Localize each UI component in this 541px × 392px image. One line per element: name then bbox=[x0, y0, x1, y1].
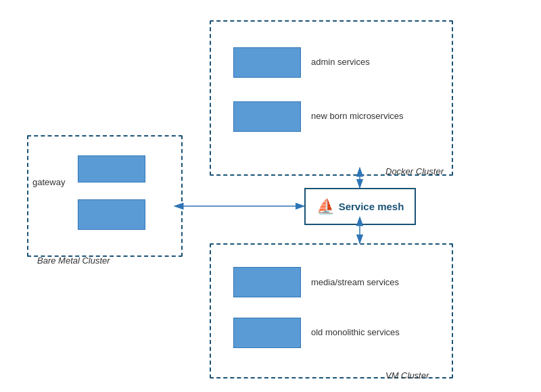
vm-cluster-label: VM Cluster bbox=[385, 370, 429, 381]
bare-metal-cluster-label: Bare Metal Cluster bbox=[37, 255, 110, 266]
gateway-box-2 bbox=[78, 199, 145, 230]
old-monolithic-label: old monolithic services bbox=[311, 327, 400, 337]
service-mesh-label: Service mesh bbox=[339, 201, 404, 212]
docker-cluster-label: Docker Cluster bbox=[385, 166, 444, 176]
gateway-box-1 bbox=[78, 155, 145, 182]
diagram-container: Docker Cluster admin services new born m… bbox=[0, 0, 541, 392]
newborn-services-box bbox=[233, 101, 301, 132]
media-services-box bbox=[233, 267, 301, 297]
admin-services-box bbox=[233, 47, 301, 78]
service-mesh-icon: ⛵ bbox=[316, 198, 335, 216]
docker-cluster bbox=[210, 20, 453, 176]
bare-metal-cluster bbox=[27, 135, 183, 257]
vm-cluster bbox=[210, 243, 453, 378]
gateway-label: gateway bbox=[32, 177, 65, 187]
admin-services-label: admin services bbox=[311, 57, 370, 67]
service-mesh-box: ⛵ Service mesh bbox=[304, 188, 416, 225]
newborn-services-label: new born microservices bbox=[311, 111, 404, 121]
media-services-label: media/stream services bbox=[311, 277, 399, 287]
old-monolithic-box bbox=[233, 318, 301, 348]
